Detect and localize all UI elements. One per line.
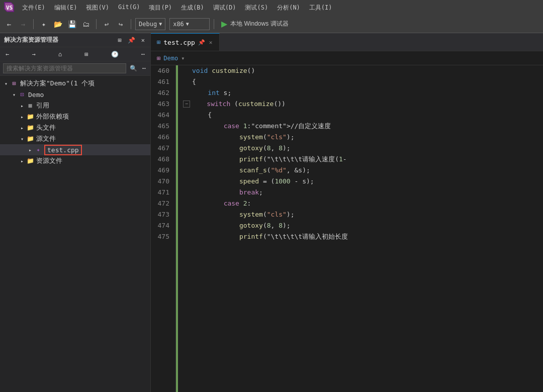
menu-item-调试D[interactable]: 调试(D) <box>209 2 240 14</box>
menu-item-编辑E[interactable]: 编辑(E) <box>50 2 81 14</box>
tab-pin-icon[interactable]: 📌 <box>198 39 205 46</box>
code-line-462: int s; <box>178 87 543 99</box>
code-line-474: gotoxy(8, 8); <box>178 220 543 231</box>
sidebar-clock-button[interactable]: 🕐 <box>110 50 120 58</box>
breadcrumb-dropdown-icon[interactable]: ▾ <box>181 55 185 62</box>
open-button[interactable]: 📂 <box>52 18 64 30</box>
menu-item-视图V[interactable]: 视图(V) <box>82 2 113 14</box>
code-line-470: speed = (1000 - s); <box>178 176 543 187</box>
sidebar: 解决方案资源管理器 ⊞ 📌 ✕ ← → ⌂ ⊞ 🕐 ⋯ 🔍 ⋯ ▾⊞解决方案"D… <box>0 33 151 392</box>
line-number-473: 473 <box>155 209 169 220</box>
line-number-468: 468 <box>155 154 169 165</box>
tree-arrow-5: ▾ <box>18 135 26 143</box>
code-area[interactable]: void customize(){ int s;− switch (custom… <box>178 65 543 392</box>
code-line-467: gotoxy(8, 8); <box>178 143 543 154</box>
editor-breadcrumb: ⊞ Demo ▾ <box>151 51 543 65</box>
tab-close-button[interactable]: ✕ <box>208 39 214 46</box>
editor-panel: ⊞ test.cpp 📌 ✕ ⊞ Demo ▾ 4604614624634644… <box>151 33 543 392</box>
tree-icon-2: ■ <box>26 102 34 110</box>
line-number-464: 464 <box>155 110 169 121</box>
line-number-474: 474 <box>155 220 169 231</box>
separator-2 <box>96 19 97 29</box>
redo-button[interactable]: ↪ <box>115 18 127 30</box>
sidebar-nav-bar: ← → ⌂ ⊞ 🕐 ⋯ <box>0 47 150 61</box>
tree-icon-1: ⊡ <box>18 90 26 99</box>
line-number-461: 461 <box>155 76 169 87</box>
tree-item-5[interactable]: ▾📁源文件 <box>0 133 150 144</box>
code-text-475: printf("\t\t\t\t请输入初始长度 <box>192 231 348 242</box>
title-bar: VS 文件(E)编辑(E)视图(V)Git(G)项目(P)生成(B)调试(D)测… <box>0 0 543 15</box>
sidebar-header-icons: ⊞ 📌 ✕ <box>117 36 146 44</box>
tree-icon-5: 📁 <box>26 135 34 143</box>
menu-item-生成B[interactable]: 生成(B) <box>177 2 208 14</box>
search-icon[interactable]: 🔍 <box>128 64 139 72</box>
sidebar-more-button[interactable]: ⋯ <box>140 50 146 58</box>
save-button[interactable]: 💾 <box>66 18 78 30</box>
code-text-460: void customize() <box>192 65 255 76</box>
menu-item-分析N[interactable]: 分析(N) <box>273 2 304 14</box>
menu-item-文件E[interactable]: 文件(E) <box>18 2 49 14</box>
menu-item-工具I[interactable]: 工具(I) <box>305 2 336 14</box>
line-number-471: 471 <box>155 187 169 198</box>
tree-item-1[interactable]: ▾⊡Demo <box>0 89 150 100</box>
line-number-462: 462 <box>155 87 169 99</box>
new-project-button[interactable]: ✦ <box>38 18 50 30</box>
code-line-472: case 2: <box>178 198 543 209</box>
tree-item-6[interactable]: ▸✦test.cpp <box>0 144 150 155</box>
line-number-460: 460 <box>155 65 169 76</box>
code-text-462: int s; <box>192 87 231 99</box>
tab-file-icon: ⊞ <box>157 39 160 46</box>
tree-item-7[interactable]: ▸📁资源文件 <box>0 155 150 166</box>
sidebar-sync-button[interactable]: ⊞ <box>83 50 89 58</box>
platform-dropdown[interactable]: x86 ▼ <box>169 18 210 30</box>
tree-label-1: Demo <box>28 91 44 99</box>
line-number-465: 465 <box>155 121 169 132</box>
line-number-463: 463 <box>155 99 169 110</box>
code-text-461: { <box>192 76 196 87</box>
config-dropdown[interactable]: Debug ▼ <box>135 18 165 30</box>
menu-item-项目P[interactable]: 项目(P) <box>145 2 176 14</box>
code-line-471: break; <box>178 187 543 198</box>
tree-label-2: 引用 <box>36 101 49 110</box>
code-text-464: { <box>192 110 212 121</box>
sidebar-home-button[interactable]: ⌂ <box>57 50 63 58</box>
run-button[interactable]: ▶ 本地 Windows 调试器 <box>218 18 291 30</box>
search-options-button[interactable]: ⋯ <box>141 64 147 72</box>
code-text-472: case 2: <box>192 198 251 209</box>
code-text-471: break; <box>192 187 263 198</box>
platform-dropdown-arrow: ▼ <box>186 21 189 27</box>
tree-arrow-6: ▸ <box>26 146 34 154</box>
sidebar-pin-icon[interactable]: 📌 <box>126 36 137 44</box>
tree-arrow-1: ▾ <box>10 90 18 99</box>
undo-button[interactable]: ↩ <box>101 18 113 30</box>
tree-label-5: 源文件 <box>36 134 56 143</box>
line-gutter-463[interactable]: − <box>183 101 190 108</box>
tree-label-0: 解决方案"Demo"(1 个项 <box>20 79 95 88</box>
sidebar-close-button[interactable]: ✕ <box>140 36 146 44</box>
tree-item-2[interactable]: ▸■引用 <box>0 100 150 111</box>
menu-item-测试S[interactable]: 测试(S) <box>241 2 272 14</box>
sidebar-search-input[interactable] <box>3 63 126 73</box>
tree-label-3: 外部依赖项 <box>36 112 69 121</box>
sidebar-pin-button[interactable]: ⊞ <box>117 36 123 44</box>
tree-label-7: 资源文件 <box>36 156 62 165</box>
code-text-468: printf("\t\t\t\t请输入速度(1- <box>192 154 347 165</box>
save-all-button[interactable]: 🗂 <box>80 18 92 30</box>
sidebar-back-button[interactable]: ← <box>4 50 11 58</box>
line-number-466: 466 <box>155 132 169 143</box>
code-line-465: case 1:"comment">//自定义速度 <box>178 121 543 132</box>
tree-item-0[interactable]: ▾⊞解决方案"Demo"(1 个项 <box>0 78 150 89</box>
sidebar-tree: ▾⊞解决方案"Demo"(1 个项▾⊡Demo▸■引用▸📁外部依赖项▸📁头文件▾… <box>0 76 150 392</box>
code-text-470: speed = (1000 - s); <box>192 176 314 187</box>
toolbar: ← → ✦ 📂 💾 🗂 ↩ ↪ Debug ▼ x86 ▼ ▶ 本地 Windo… <box>0 15 543 33</box>
tree-item-4[interactable]: ▸📁头文件 <box>0 122 150 133</box>
back-button[interactable]: ← <box>3 18 15 30</box>
code-line-468: printf("\t\t\t\t请输入速度(1- <box>178 154 543 165</box>
menu-item-GitG[interactable]: Git(G) <box>114 2 144 14</box>
tree-item-3[interactable]: ▸📁外部依赖项 <box>0 111 150 122</box>
forward-button[interactable]: → <box>17 18 29 30</box>
line-number-472: 472 <box>155 198 169 209</box>
sidebar-forward-button[interactable]: → <box>30 50 37 58</box>
tab-test-cpp[interactable]: ⊞ test.cpp 📌 ✕ <box>151 33 220 51</box>
main-container: 解决方案资源管理器 ⊞ 📌 ✕ ← → ⌂ ⊞ 🕐 ⋯ 🔍 ⋯ ▾⊞解决方案"D… <box>0 33 543 392</box>
